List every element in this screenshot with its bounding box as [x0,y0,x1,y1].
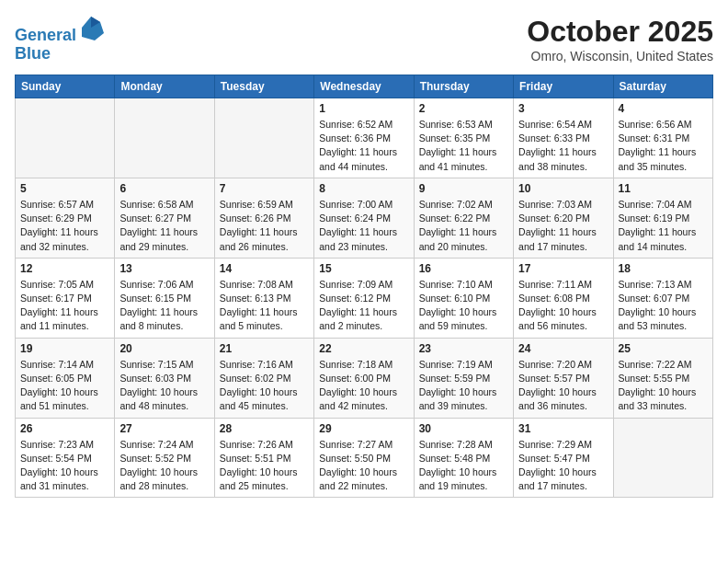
day-info: Sunrise: 6:56 AMSunset: 6:31 PMDaylight:… [619,118,708,174]
day-info: Sunrise: 7:23 AMSunset: 5:54 PMDaylight:… [20,438,109,494]
calendar-cell: 7Sunrise: 6:59 AMSunset: 6:26 PMDaylight… [214,178,313,258]
day-number: 30 [419,422,508,435]
day-info: Sunrise: 6:54 AMSunset: 6:33 PMDaylight:… [518,118,608,174]
day-number: 11 [619,182,708,195]
calendar-cell: 31Sunrise: 7:29 AMSunset: 5:47 PMDayligh… [514,418,613,498]
calendar-cell: 17Sunrise: 7:11 AMSunset: 6:08 PMDayligh… [514,258,613,338]
calendar-cell: 26Sunrise: 7:23 AMSunset: 5:54 PMDayligh… [16,418,115,498]
day-info: Sunrise: 6:52 AMSunset: 6:36 PMDaylight:… [319,118,408,174]
day-number: 20 [119,342,209,355]
day-info: Sunrise: 7:16 AMSunset: 6:02 PMDaylight:… [220,358,309,414]
calendar-cell: 5Sunrise: 6:57 AMSunset: 6:29 PMDaylight… [16,178,115,258]
day-info: Sunrise: 7:08 AMSunset: 6:13 PMDaylight:… [220,278,309,334]
day-number: 16 [419,262,508,275]
calendar-cell: 30Sunrise: 7:28 AMSunset: 5:48 PMDayligh… [414,418,513,498]
day-info: Sunrise: 7:09 AMSunset: 6:12 PMDaylight:… [319,278,408,334]
day-number: 24 [518,342,608,355]
calendar-cell: 16Sunrise: 7:10 AMSunset: 6:10 PMDayligh… [414,258,513,338]
calendar-cell: 27Sunrise: 7:24 AMSunset: 5:52 PMDayligh… [115,418,214,498]
calendar-cell: 15Sunrise: 7:09 AMSunset: 6:12 PMDayligh… [314,258,414,338]
day-info: Sunrise: 6:58 AMSunset: 6:27 PMDaylight:… [119,198,209,254]
calendar-cell: 24Sunrise: 7:20 AMSunset: 5:57 PMDayligh… [514,338,613,418]
day-info: Sunrise: 7:26 AMSunset: 5:51 PMDaylight:… [220,438,309,494]
day-number: 12 [20,262,109,275]
day-info: Sunrise: 7:00 AMSunset: 6:24 PMDaylight:… [319,198,408,254]
day-number: 31 [518,422,608,435]
day-info: Sunrise: 7:18 AMSunset: 6:00 PMDaylight:… [319,358,408,414]
calendar-week-row: 1Sunrise: 6:52 AMSunset: 6:36 PMDaylight… [16,98,713,178]
day-info: Sunrise: 7:24 AMSunset: 5:52 PMDaylight:… [119,438,209,494]
month-title: October 2025 [527,15,713,49]
day-number: 6 [119,182,209,195]
day-number: 26 [20,422,109,435]
weekday-header: Wednesday [314,75,414,98]
calendar-cell: 29Sunrise: 7:27 AMSunset: 5:50 PMDayligh… [314,418,414,498]
calendar-week-row: 26Sunrise: 7:23 AMSunset: 5:54 PMDayligh… [16,418,713,498]
day-number: 28 [220,422,309,435]
weekday-header: Monday [115,75,214,98]
weekday-header: Thursday [414,75,513,98]
day-info: Sunrise: 7:22 AMSunset: 5:55 PMDaylight:… [619,358,708,414]
calendar-table: SundayMondayTuesdayWednesdayThursdayFrid… [15,75,713,498]
weekday-header: Saturday [613,75,712,98]
logo: General Blue [15,15,104,63]
location: Omro, Wisconsin, United States [527,49,713,63]
calendar-cell: 11Sunrise: 7:04 AMSunset: 6:19 PMDayligh… [613,178,712,258]
day-info: Sunrise: 7:19 AMSunset: 5:59 PMDaylight:… [419,358,508,414]
day-info: Sunrise: 7:06 AMSunset: 6:15 PMDaylight:… [119,278,209,334]
day-number: 14 [220,262,309,275]
page-header: General Blue October 2025 Omro, Wisconsi… [15,15,713,63]
calendar-cell [16,98,115,178]
day-number: 21 [220,342,309,355]
day-info: Sunrise: 6:53 AMSunset: 6:35 PMDaylight:… [419,118,508,174]
calendar-cell: 3Sunrise: 6:54 AMSunset: 6:33 PMDaylight… [514,98,613,178]
calendar-cell [214,98,313,178]
calendar-cell: 18Sunrise: 7:13 AMSunset: 6:07 PMDayligh… [613,258,712,338]
calendar-cell: 4Sunrise: 6:56 AMSunset: 6:31 PMDaylight… [613,98,712,178]
day-info: Sunrise: 7:20 AMSunset: 5:57 PMDaylight:… [518,358,608,414]
calendar-cell: 12Sunrise: 7:05 AMSunset: 6:17 PMDayligh… [16,258,115,338]
day-info: Sunrise: 7:27 AMSunset: 5:50 PMDaylight:… [319,438,408,494]
calendar-cell: 2Sunrise: 6:53 AMSunset: 6:35 PMDaylight… [414,98,513,178]
calendar-cell: 28Sunrise: 7:26 AMSunset: 5:51 PMDayligh… [214,418,313,498]
calendar-cell [613,418,712,498]
calendar-cell: 8Sunrise: 7:00 AMSunset: 6:24 PMDaylight… [314,178,414,258]
day-number: 2 [419,102,508,115]
calendar-cell: 19Sunrise: 7:14 AMSunset: 6:05 PMDayligh… [16,338,115,418]
calendar-header: SundayMondayTuesdayWednesdayThursdayFrid… [16,75,713,98]
day-info: Sunrise: 7:05 AMSunset: 6:17 PMDaylight:… [20,278,109,334]
title-block: October 2025 Omro, Wisconsin, United Sta… [527,15,713,63]
day-info: Sunrise: 7:28 AMSunset: 5:48 PMDaylight:… [419,438,508,494]
calendar-cell [115,98,214,178]
logo-icon [78,15,104,40]
calendar-cell: 6Sunrise: 6:58 AMSunset: 6:27 PMDaylight… [115,178,214,258]
calendar-week-row: 19Sunrise: 7:14 AMSunset: 6:05 PMDayligh… [16,338,713,418]
day-number: 1 [319,102,408,115]
day-info: Sunrise: 7:14 AMSunset: 6:05 PMDaylight:… [20,358,109,414]
day-number: 29 [319,422,408,435]
weekday-header: Tuesday [214,75,313,98]
day-number: 25 [619,342,708,355]
day-info: Sunrise: 6:59 AMSunset: 6:26 PMDaylight:… [220,198,309,254]
day-info: Sunrise: 7:11 AMSunset: 6:08 PMDaylight:… [518,278,608,334]
weekday-header: Friday [514,75,613,98]
day-info: Sunrise: 7:10 AMSunset: 6:10 PMDaylight:… [419,278,508,334]
day-number: 8 [319,182,408,195]
day-info: Sunrise: 7:02 AMSunset: 6:22 PMDaylight:… [419,198,508,254]
calendar-cell: 14Sunrise: 7:08 AMSunset: 6:13 PMDayligh… [214,258,313,338]
day-number: 5 [20,182,109,195]
calendar-cell: 9Sunrise: 7:02 AMSunset: 6:22 PMDaylight… [414,178,513,258]
day-info: Sunrise: 7:13 AMSunset: 6:07 PMDaylight:… [619,278,708,334]
calendar-cell: 22Sunrise: 7:18 AMSunset: 6:00 PMDayligh… [314,338,414,418]
logo-general: General [15,26,76,44]
weekday-header: Sunday [16,75,115,98]
day-info: Sunrise: 7:15 AMSunset: 6:03 PMDaylight:… [119,358,209,414]
day-number: 23 [419,342,508,355]
day-info: Sunrise: 7:04 AMSunset: 6:19 PMDaylight:… [619,198,708,254]
day-number: 7 [220,182,309,195]
day-number: 22 [319,342,408,355]
day-info: Sunrise: 6:57 AMSunset: 6:29 PMDaylight:… [20,198,109,254]
calendar-cell: 23Sunrise: 7:19 AMSunset: 5:59 PMDayligh… [414,338,513,418]
day-number: 10 [518,182,608,195]
calendar-cell: 20Sunrise: 7:15 AMSunset: 6:03 PMDayligh… [115,338,214,418]
